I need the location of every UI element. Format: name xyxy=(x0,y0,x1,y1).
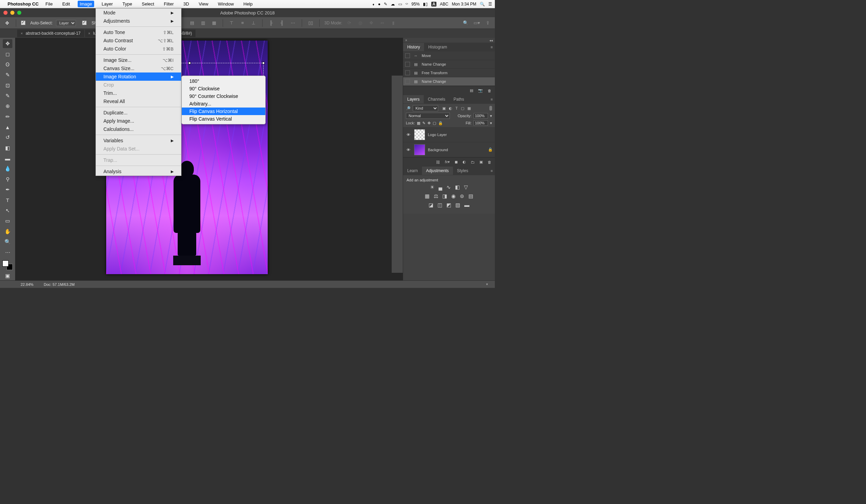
hue-icon[interactable]: ▦ xyxy=(425,193,430,199)
lock-artboard-icon[interactable]: ▢ xyxy=(433,121,436,125)
history-item[interactable]: ▤Name Change xyxy=(403,77,495,86)
pen-tool[interactable]: ✒ xyxy=(3,185,12,194)
filter-toggle[interactable] xyxy=(489,106,492,111)
menu-item-auto-color[interactable]: Auto Color⇧⌘B xyxy=(96,45,181,53)
invert-icon[interactable]: ◪ xyxy=(429,202,433,208)
collapsed-panel-dock[interactable] xyxy=(391,76,403,273)
history-visibility-box[interactable] xyxy=(405,79,410,84)
tab-paths[interactable]: Paths xyxy=(449,95,468,103)
levels-icon[interactable]: ▄ xyxy=(438,184,442,190)
window-minimize-button[interactable] xyxy=(10,11,14,15)
menu-item-variables[interactable]: Variables▶ xyxy=(96,136,181,145)
distribute-h-icon[interactable]: ╟ xyxy=(267,19,275,27)
dropbox-icon[interactable]: ⬧ xyxy=(372,2,375,7)
posterize-icon[interactable]: ◫ xyxy=(437,202,442,208)
eyedropper-tool[interactable]: ✎ xyxy=(3,91,12,100)
delete-layer-icon[interactable]: 🗑 xyxy=(488,160,491,164)
layer-row[interactable]: 👁Logo Layer xyxy=(403,127,495,142)
close-tab-icon[interactable]: × xyxy=(88,31,90,35)
layer-row[interactable]: 👁Background🔒 xyxy=(403,142,495,157)
selective-color-icon[interactable]: ▧ xyxy=(455,202,460,208)
layer-fx-icon[interactable]: fx▾ xyxy=(445,160,450,164)
submenu-item-90-counter-clockwise[interactable]: 90° Counter Clockwise xyxy=(182,92,265,100)
fill-input[interactable] xyxy=(474,120,488,126)
menu-item-calculations-[interactable]: Calculations... xyxy=(96,125,181,133)
menu-item-auto-contrast[interactable]: Auto Contrast⌥⇧⌘L xyxy=(96,36,181,45)
menu-item-adjustments[interactable]: Adjustments▶ xyxy=(96,17,181,25)
filter-adjust-icon[interactable]: ◐ xyxy=(449,106,452,110)
menu-item-analysis[interactable]: Analysis▶ xyxy=(96,167,181,176)
menu-item-trim-[interactable]: Trim... xyxy=(96,89,181,97)
eraser-tool[interactable]: ◧ xyxy=(3,144,12,153)
submenu-item-180-[interactable]: 180° xyxy=(182,77,265,85)
history-item[interactable]: ↔Move xyxy=(403,52,495,60)
layer-name[interactable]: Background xyxy=(428,148,448,152)
submenu-item-arbitrary-[interactable]: Arbitrary... xyxy=(182,100,265,108)
tab-adjustments[interactable]: Adjustments xyxy=(422,167,453,175)
lasso-tool[interactable]: ʘ xyxy=(3,60,12,69)
layer-visibility-icon[interactable]: 👁 xyxy=(405,148,411,152)
menu-item-reveal-all[interactable]: Reveal All xyxy=(96,97,181,105)
menu-window[interactable]: Window xyxy=(216,1,236,7)
menu-help[interactable]: Help xyxy=(241,1,255,7)
tab-layers[interactable]: Layers xyxy=(403,95,424,103)
hand-tool[interactable]: ✋ xyxy=(3,227,12,236)
doc-size[interactable]: Doc: 57.1M/63.2M xyxy=(44,282,75,287)
app-icon[interactable]: ● xyxy=(378,2,380,7)
tab-histogram[interactable]: Histogram xyxy=(424,43,451,51)
path-tool[interactable]: ↖ xyxy=(3,206,12,215)
close-tab-icon[interactable]: × xyxy=(21,31,23,35)
marquee-tool[interactable]: ◻ xyxy=(3,49,12,58)
submenu-item-flip-canvas-horizontal[interactable]: Flip Canvas Horizontal xyxy=(182,108,265,115)
menu-view[interactable]: View xyxy=(197,1,210,7)
menu-item-image-rotation[interactable]: Image Rotation▶ xyxy=(96,72,181,81)
input-source-label[interactable]: ABC xyxy=(440,2,448,7)
blur-tool[interactable]: 💧 xyxy=(3,164,12,173)
dodge-tool[interactable]: ⚲ xyxy=(3,175,12,184)
lock-transparency-icon[interactable]: ▩ xyxy=(417,121,420,125)
move-tool[interactable]: ✥ xyxy=(3,39,12,48)
new-layer-icon[interactable]: ▣ xyxy=(479,160,483,164)
brush-tool[interactable]: ✏ xyxy=(3,112,12,121)
history-snapshot-icon[interactable]: 📷 xyxy=(478,88,483,93)
photo-filter-icon[interactable]: ◉ xyxy=(451,193,456,199)
filter-smart-icon[interactable]: ▦ xyxy=(467,106,471,110)
blend-mode-select[interactable]: Normal xyxy=(406,113,450,119)
tab-styles[interactable]: Styles xyxy=(453,167,473,175)
layer-group-icon[interactable]: 🗀 xyxy=(471,160,475,164)
spotlight-icon[interactable]: 🔍 xyxy=(480,2,485,7)
history-visibility-box[interactable] xyxy=(405,70,410,75)
panel-collapse-icon[interactable]: ◂◂ xyxy=(489,38,493,42)
distribute-icon[interactable]: ⋯ xyxy=(289,19,297,27)
workspace-switcher-icon[interactable]: ▭▾ xyxy=(473,19,480,27)
menu-file[interactable]: File xyxy=(43,1,55,7)
align-center-icon[interactable]: ▥ xyxy=(199,19,207,27)
opacity-dropdown-icon[interactable]: ▾ xyxy=(490,114,492,118)
align-top-icon[interactable]: ⊤ xyxy=(228,19,235,27)
app-name[interactable]: Photoshop CC xyxy=(8,1,38,7)
screen-mode[interactable]: ▣ xyxy=(3,271,12,280)
lock-all-icon[interactable]: 🔒 xyxy=(438,121,443,125)
exposure-icon[interactable]: ◧ xyxy=(455,184,460,190)
tab-channels[interactable]: Channels xyxy=(424,95,449,103)
channel-mixer-icon[interactable]: ⊚ xyxy=(460,193,464,199)
tab-learn[interactable]: Learn xyxy=(403,167,422,175)
input-source[interactable]: A xyxy=(431,2,436,7)
menu-item-mode[interactable]: Mode▶ xyxy=(96,9,181,17)
fill-dropdown-icon[interactable]: ▾ xyxy=(490,121,492,125)
history-new-doc-icon[interactable]: ▤ xyxy=(470,88,473,93)
layer-name[interactable]: Logo Layer xyxy=(428,133,447,137)
show-transform-checkbox[interactable] xyxy=(82,21,87,25)
panel-menu-icon[interactable]: ≡ xyxy=(491,45,493,49)
canvas-area[interactable]: minar xyxy=(15,38,403,280)
history-visibility-box[interactable] xyxy=(405,53,410,58)
menu-item-duplicate-[interactable]: Duplicate... xyxy=(96,109,181,117)
menu-item-canvas-size-[interactable]: Canvas Size...⌥⌘C xyxy=(96,64,181,72)
layer-filter-search-icon[interactable]: 🔎 xyxy=(406,106,411,111)
distribute-v-icon[interactable]: ╢ xyxy=(278,19,286,27)
link-layers-icon[interactable]: ⛓ xyxy=(436,160,440,164)
menu-image[interactable]: Image xyxy=(78,1,94,7)
vibrance-icon[interactable]: ▽ xyxy=(464,184,468,190)
panel-menu-icon[interactable]: ≡ xyxy=(491,169,493,173)
history-brush-tool[interactable]: ↺ xyxy=(3,133,12,142)
